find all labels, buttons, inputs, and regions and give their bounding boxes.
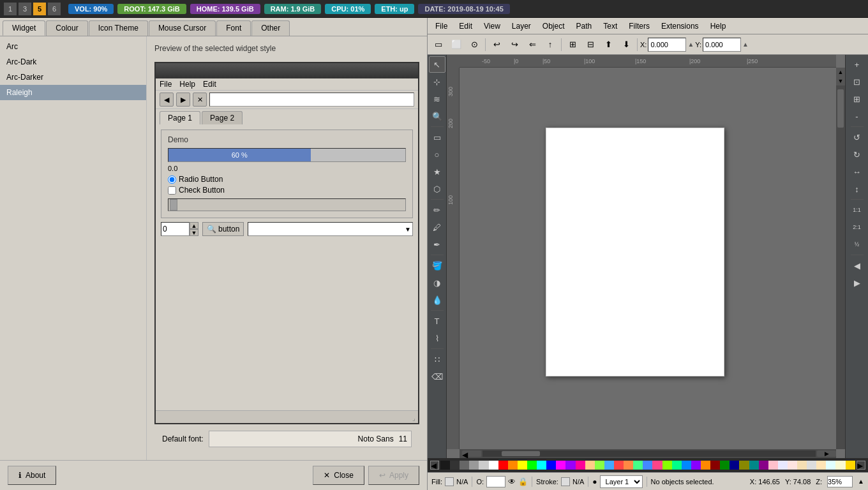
tool-zoom[interactable]: 🔍 xyxy=(429,108,445,124)
swatch-orange[interactable] xyxy=(508,461,518,470)
swatch-lime[interactable] xyxy=(595,461,604,470)
swatch-black[interactable] xyxy=(440,461,450,470)
tool-pen[interactable]: 🖊 xyxy=(429,219,445,235)
ink-tb-back[interactable]: ⇐ xyxy=(524,36,541,53)
tool-eraser[interactable]: ⌫ xyxy=(429,368,445,385)
swatch-misty-rose[interactable] xyxy=(788,461,797,470)
swatch-red[interactable] xyxy=(498,461,508,470)
swatch-magenta[interactable] xyxy=(556,461,565,470)
swatch-green[interactable] xyxy=(527,461,537,470)
tab-other[interactable]: Other xyxy=(251,20,290,36)
tool-select[interactable]: ↖ xyxy=(429,56,445,73)
canvas-content[interactable] xyxy=(460,68,836,449)
wp-spin-down[interactable]: ▼ xyxy=(190,229,198,236)
swatch-navy[interactable] xyxy=(730,461,739,470)
workspace-5-active[interactable]: 5 xyxy=(33,3,46,15)
workspace-6[interactable]: 6 xyxy=(48,3,61,15)
tab-font[interactable]: Font xyxy=(216,20,251,36)
x-arrow-icon[interactable]: ▲ xyxy=(687,41,694,48)
wp-menu-help[interactable]: Edit xyxy=(203,80,216,89)
ink-tb-select-all[interactable]: ⬜ xyxy=(448,36,465,53)
ink-menu-object[interactable]: Object xyxy=(537,20,570,32)
palette-scroll-left[interactable]: ◀ xyxy=(430,461,439,470)
wp-address-bar[interactable] xyxy=(209,93,414,107)
tool-gradient[interactable]: ◑ xyxy=(429,274,445,291)
ink-tb-group[interactable]: ⊞ xyxy=(564,36,581,53)
swatch-purple2[interactable] xyxy=(759,461,768,470)
swatch-olive[interactable] xyxy=(739,461,749,470)
ink-tb-ungroup[interactable]: ⊟ xyxy=(582,36,599,53)
palette-scroll-right[interactable]: ▶ xyxy=(857,461,865,470)
swatch-dark-green[interactable] xyxy=(720,461,730,470)
ink-tb-doc-props[interactable]: ▭ xyxy=(430,36,447,53)
swatch-lavender[interactable] xyxy=(778,461,788,470)
ink-menu-extensions[interactable]: Extensions xyxy=(656,20,704,32)
stroke-color-swatch[interactable] xyxy=(561,477,570,486)
swatch-light-pink[interactable] xyxy=(768,461,778,470)
wp-checkbox-input[interactable] xyxy=(168,186,176,195)
wp-dropdown[interactable]: ▼ xyxy=(248,222,413,236)
ink-menu-help[interactable]: Help xyxy=(705,20,731,32)
canvas-area[interactable]: -50 |0 |50 |100 |150 |200 |250 300 200 1… xyxy=(447,55,845,458)
ink-right-rotate-ccw[interactable]: ↺ xyxy=(849,129,865,145)
swatch-purple[interactable] xyxy=(565,461,575,470)
swatch-spring[interactable] xyxy=(672,461,682,470)
swatch-white[interactable] xyxy=(489,461,498,470)
tool-3d-box[interactable]: ⬡ xyxy=(429,181,445,197)
swatch-amber[interactable] xyxy=(701,461,710,470)
apply-button[interactable]: ↩ Apply xyxy=(368,466,419,485)
wp-back-btn[interactable]: ◀ xyxy=(160,93,174,107)
swatch-coral[interactable] xyxy=(614,461,624,470)
ink-menu-filters[interactable]: Filters xyxy=(624,20,655,32)
scroll-v-arrow-up[interactable]: ▲ xyxy=(836,68,845,77)
tab-colour[interactable]: Colour xyxy=(46,20,87,36)
wp-spin-up[interactable]: ▲ xyxy=(190,222,198,229)
tool-node[interactable]: ⊹ xyxy=(429,73,445,90)
ink-menu-file[interactable]: File xyxy=(430,20,453,32)
wp-forward-btn[interactable]: ▶ xyxy=(176,93,190,107)
ink-tb-undo[interactable]: ↩ xyxy=(488,36,505,53)
swatch-blue[interactable] xyxy=(546,461,556,470)
swatch-gold[interactable] xyxy=(846,461,855,470)
ink-right-zoom-out[interactable]: - xyxy=(849,108,865,124)
wp-close-btn[interactable]: ✕ xyxy=(193,93,207,107)
ink-menu-layer[interactable]: Layer xyxy=(507,20,536,32)
swatch-mint[interactable] xyxy=(633,461,643,470)
wp-tab-page2[interactable]: Page 2 xyxy=(202,111,243,124)
scroll-h-track[interactable] xyxy=(483,450,816,457)
swatch-yellow[interactable] xyxy=(518,461,527,470)
ink-right-rotate-cw[interactable]: ↻ xyxy=(849,146,865,163)
swatch-silver[interactable] xyxy=(479,461,488,470)
swatch-violet[interactable] xyxy=(691,461,701,470)
swatch-lightgray[interactable] xyxy=(469,461,479,470)
workspace-1[interactable]: 1 xyxy=(4,3,17,15)
tool-pencil[interactable]: ✏ xyxy=(429,202,445,218)
tab-mouse-cursor[interactable]: Mouse Cursor xyxy=(149,20,216,36)
swatch-wheat[interactable] xyxy=(797,461,807,470)
tool-dropper[interactable]: 💧 xyxy=(429,292,445,308)
swatch-gray[interactable] xyxy=(460,461,469,470)
ink-right-zoom-fit-sel[interactable]: ⊞ xyxy=(849,91,865,107)
wp-menu-edit[interactable]: Help xyxy=(179,80,195,89)
ink-menu-view[interactable]: View xyxy=(479,20,505,32)
y-input[interactable] xyxy=(703,38,741,52)
swatch-salmon[interactable] xyxy=(624,461,633,470)
zoom-arrow-icon[interactable]: ▲ xyxy=(858,478,864,485)
ink-tb-lower[interactable]: ⬇ xyxy=(618,36,634,53)
ink-tb-raise[interactable]: ⬆ xyxy=(600,36,617,53)
swatch-rose[interactable] xyxy=(652,461,662,470)
swatch-darkgray[interactable] xyxy=(450,461,460,470)
tool-rect[interactable]: ▭ xyxy=(429,129,445,145)
swatch-yellow-green[interactable] xyxy=(662,461,672,470)
swatch-maroon[interactable] xyxy=(710,461,720,470)
wp-spin-input[interactable] xyxy=(161,222,190,236)
tool-connector[interactable]: ⌇ xyxy=(429,330,445,346)
widget-arc-darker[interactable]: Arc-Darker xyxy=(0,70,146,85)
layer-selector[interactable]: Layer 1 xyxy=(600,475,643,488)
ink-right-zoom-in[interactable]: + xyxy=(849,56,865,73)
tool-tweak[interactable]: ≋ xyxy=(429,91,445,107)
tool-text[interactable]: T xyxy=(429,313,445,329)
fill-color-swatch[interactable] xyxy=(445,477,454,486)
workspace-3[interactable]: 3 xyxy=(19,3,31,15)
swatch-periwinkle[interactable] xyxy=(643,461,652,470)
